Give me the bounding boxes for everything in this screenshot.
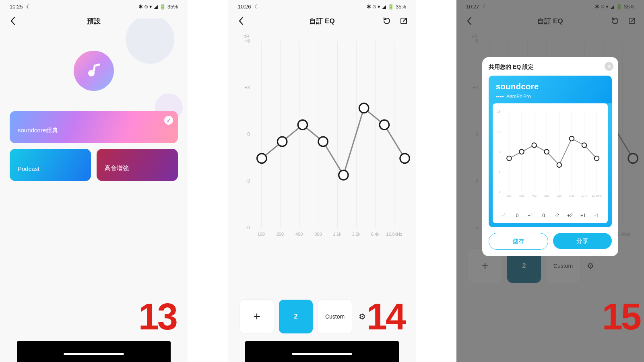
svg-point-36 xyxy=(557,162,562,167)
svg-point-35 xyxy=(544,150,549,154)
share-confirm-button[interactable]: 分享 xyxy=(553,233,612,249)
svg-point-4 xyxy=(318,137,328,146)
bluetooth-icon: ✱ xyxy=(367,4,371,10)
preset-soundcore-classic[interactable]: ✓ soundcore經典 xyxy=(10,111,178,143)
battery-icon: 🔋 xyxy=(388,4,394,10)
svg-point-1 xyxy=(257,154,267,163)
svg-text:dB: dB xyxy=(497,109,500,113)
svg-text:400: 400 xyxy=(532,194,537,197)
status-bar: 10:25 ☾ ✱ ⦸ ▾ ◢ 🔋 35% xyxy=(0,0,188,11)
status-bar: 10:26 ☾ ✱ ⦸ ▾ ◢ 🔋 35% xyxy=(228,0,416,11)
preset-podcast[interactable]: Podcast xyxy=(10,149,91,181)
brand-logo: soundcore xyxy=(496,82,605,91)
mini-x-ticks xyxy=(507,204,612,210)
share-values: -10+10-2+2+1-1 xyxy=(496,210,605,222)
nav-bar[interactable] xyxy=(17,341,171,362)
preset-label: 高音增強 xyxy=(105,165,129,172)
preset-label: soundcore經典 xyxy=(18,127,58,134)
svg-text:1.6k: 1.6k xyxy=(557,194,562,197)
button-label: 分享 xyxy=(576,237,588,245)
reset-button[interactable] xyxy=(381,15,392,27)
svg-text:6.4k: 6.4k xyxy=(582,194,587,197)
svg-text:0: 0 xyxy=(499,150,500,154)
modal-title: 共用您的 EQ 設定 xyxy=(489,64,612,71)
preset-treble-boost[interactable]: 高音增強 xyxy=(97,149,178,181)
svg-point-8 xyxy=(400,154,410,163)
share-modal: ✕ 共用您的 EQ 設定 soundcore AeroFit Pro +6+30… xyxy=(482,57,618,256)
mini-eq-chart: +6+30-3-6dB1002004008001.6k3.2k6.4k12.8k… xyxy=(493,103,608,223)
add-slot-button[interactable]: + xyxy=(239,299,274,334)
phone-14: 10:26 ☾ ✱ ⦸ ▾ ◢ 🔋 35% 自訂 EQ xyxy=(228,0,416,362)
annotation-number: 15 xyxy=(602,296,640,338)
wifi-icon: ▾ xyxy=(149,4,152,10)
eq-area: dB +6+30-3-6 1002004008001.6k3.2k6.4k12.… xyxy=(228,31,416,293)
header: 自訂 EQ xyxy=(228,11,416,31)
svg-point-5 xyxy=(339,170,349,180)
brand-orb xyxy=(74,51,114,91)
phone-15: 10:27 ☾ ✱ ⦸ ▾ ◢ 🔋 35% 自訂 EQ xyxy=(456,0,644,362)
svg-text:3.2k: 3.2k xyxy=(569,194,574,197)
svg-text:-6: -6 xyxy=(498,190,501,193)
share-card: soundcore AeroFit Pro +6+30-3-6dB1002004… xyxy=(489,76,612,227)
eq-curve[interactable] xyxy=(252,41,415,242)
svg-text:+3: +3 xyxy=(497,130,501,134)
nav-bar[interactable] xyxy=(245,341,399,362)
annotation-number: 13 xyxy=(138,296,176,338)
svg-point-7 xyxy=(380,120,389,130)
slot-2[interactable]: 2 xyxy=(279,300,313,333)
signal-icon: ◢ xyxy=(382,4,386,10)
svg-text:800: 800 xyxy=(545,194,549,197)
battery-pct: 35% xyxy=(167,4,178,10)
svg-point-33 xyxy=(519,150,524,154)
close-button[interactable]: ✕ xyxy=(605,62,613,71)
back-button[interactable] xyxy=(235,14,248,27)
svg-text:12.8kHz: 12.8kHz xyxy=(592,194,602,197)
moon-icon: ☾ xyxy=(254,4,259,10)
svg-point-6 xyxy=(359,103,369,113)
svg-point-34 xyxy=(532,143,537,148)
wifi-icon: ▾ xyxy=(378,4,380,10)
save-button[interactable]: 儲存 xyxy=(489,233,548,250)
phone-13: 10:25 ☾ ✱ ⦸ ▾ ◢ 🔋 35% 預設 xyxy=(0,0,188,362)
slot-custom[interactable]: Custom xyxy=(318,299,352,334)
check-icon: ✓ xyxy=(164,116,173,125)
svg-point-39 xyxy=(594,156,599,161)
share-button[interactable] xyxy=(398,15,409,27)
preset-list: ✓ soundcore經典 Podcast 高音增強 xyxy=(0,111,188,181)
svg-point-38 xyxy=(582,143,587,148)
device-name: AeroFit Pro xyxy=(506,94,531,99)
svg-text:-3: -3 xyxy=(498,170,501,173)
bluetooth-icon: ✱ xyxy=(138,4,143,10)
svg-point-32 xyxy=(507,156,512,161)
eq-y-ticks: +6+30-3-6 xyxy=(240,41,250,228)
battery-pct: 35% xyxy=(396,4,406,10)
svg-text:100: 100 xyxy=(507,194,512,197)
svg-text:200: 200 xyxy=(519,194,524,197)
dnd-icon: ⦸ xyxy=(144,3,148,10)
button-label: 儲存 xyxy=(512,238,524,245)
svg-point-37 xyxy=(570,136,574,141)
grid-icon xyxy=(496,96,504,97)
gear-icon[interactable]: ⚙ xyxy=(359,312,366,321)
annotation-number: 14 xyxy=(367,296,405,338)
dnd-icon: ⦸ xyxy=(373,3,376,10)
clock: 10:25 xyxy=(10,4,23,10)
moon-icon: ☾ xyxy=(26,4,31,10)
signal-icon: ◢ xyxy=(154,4,158,10)
note-icon xyxy=(87,64,101,78)
slot-label: 2 xyxy=(294,313,298,320)
eq-x-ticks: 1002004008001.6k3.2k6.4k12.8kHz xyxy=(252,232,404,240)
battery-icon: 🔋 xyxy=(159,4,166,10)
svg-point-3 xyxy=(298,120,308,130)
preset-label: Podcast xyxy=(18,165,39,172)
eq-chart[interactable]: +6+30-3-6 1002004008001.6k3.2k6.4k12.8kH… xyxy=(240,41,404,242)
hero xyxy=(0,31,188,111)
slot-label: Custom xyxy=(325,313,345,320)
svg-point-2 xyxy=(277,137,287,146)
db-axis-label: dB xyxy=(228,31,416,39)
clock: 10:26 xyxy=(238,4,251,10)
